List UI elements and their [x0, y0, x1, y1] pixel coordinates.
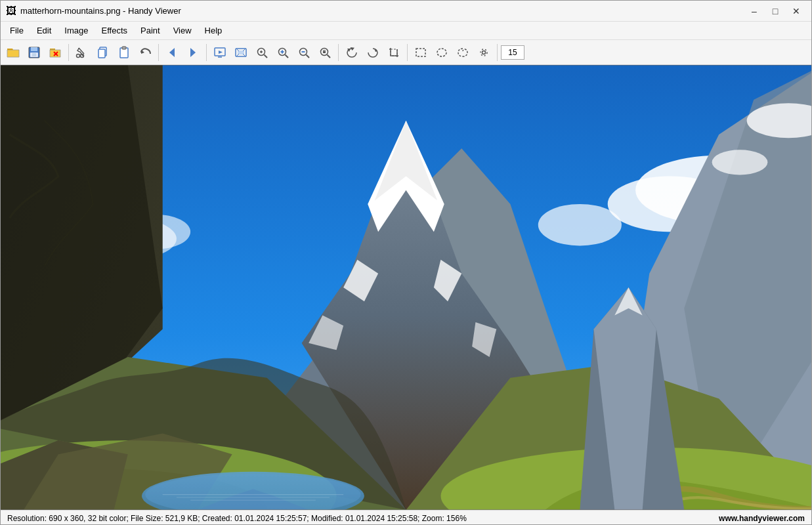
menu-image[interactable]: Image	[58, 23, 95, 38]
zoom-in-button[interactable]	[273, 43, 293, 62]
titlebar-title: matterhorn-mountains.png - Handy Viewer	[20, 6, 181, 16]
titlebar-controls: – □ ✕	[744, 3, 806, 19]
svg-rect-4	[32, 53, 36, 56]
menubar: File Edit Image Effects Paint View Help	[1, 22, 811, 40]
menu-file[interactable]: File	[3, 23, 30, 38]
close-button[interactable]: ✕	[786, 3, 806, 19]
sep-2	[158, 44, 159, 61]
open-button[interactable]	[3, 43, 23, 62]
zoom-out-button[interactable]	[294, 43, 314, 62]
svg-rect-40	[416, 49, 425, 56]
svg-point-49	[538, 204, 622, 246]
svg-point-9	[81, 54, 84, 57]
menu-view[interactable]: View	[167, 23, 198, 38]
forward-button[interactable]	[183, 43, 203, 62]
settings-button[interactable]	[474, 43, 494, 62]
website-link: www.handyviewer.com	[719, 514, 805, 523]
svg-line-34	[328, 54, 331, 58]
svg-marker-14	[141, 50, 144, 54]
lasso-select-button[interactable]	[453, 43, 473, 62]
svg-line-23	[265, 54, 268, 58]
statusbar: Resolution: 690 x 360, 32 bit color; Fil…	[1, 510, 811, 525]
svg-point-57	[712, 150, 768, 175]
slideshow-button[interactable]	[210, 43, 230, 62]
app-icon: 🖼	[6, 5, 16, 17]
image-area	[1, 65, 811, 510]
sep-4	[338, 44, 339, 61]
svg-marker-36	[351, 46, 355, 51]
back-button[interactable]	[162, 43, 182, 62]
menu-help[interactable]: Help	[198, 23, 229, 38]
minimize-button[interactable]: –	[744, 3, 764, 19]
svg-line-27	[286, 54, 289, 58]
scene-container	[1, 65, 811, 510]
sep-5	[407, 44, 408, 61]
svg-marker-18	[219, 51, 223, 54]
copy-button[interactable]	[93, 43, 113, 62]
svg-point-43	[481, 49, 487, 56]
lock-zoom-button[interactable]	[315, 43, 335, 62]
sep-3	[206, 44, 207, 61]
ellipse-select-button[interactable]	[432, 43, 452, 62]
svg-line-31	[307, 54, 310, 58]
svg-marker-16	[190, 48, 196, 57]
svg-point-41	[437, 49, 446, 56]
svg-point-42	[482, 51, 486, 54]
svg-rect-13	[122, 47, 126, 49]
save-button[interactable]	[24, 43, 44, 62]
paste-button[interactable]	[114, 43, 134, 62]
menu-effects[interactable]: Effects	[95, 23, 135, 38]
undo-button[interactable]	[135, 43, 155, 62]
toolbar	[1, 40, 811, 65]
cut-button[interactable]	[72, 43, 92, 62]
svg-rect-11	[98, 49, 105, 58]
rotate-right-button[interactable]	[363, 43, 383, 62]
delete-button[interactable]	[45, 43, 65, 62]
svg-point-8	[77, 54, 80, 57]
svg-rect-2	[31, 47, 37, 51]
titlebar: 🖼 matterhorn-mountains.png - Handy Viewe…	[1, 1, 811, 22]
zoom-area-button[interactable]	[252, 43, 272, 62]
svg-rect-39	[391, 49, 397, 56]
menu-paint[interactable]: Paint	[134, 23, 167, 38]
sep-1	[68, 44, 69, 61]
fit-button[interactable]	[231, 43, 251, 62]
titlebar-left: 🖼 matterhorn-mountains.png - Handy Viewe…	[6, 5, 181, 17]
status-info: Resolution: 690 x 360, 32 bit color; Fil…	[7, 514, 467, 523]
svg-marker-15	[169, 48, 175, 57]
rotate-left-button[interactable]	[342, 43, 362, 62]
sep-6	[497, 44, 498, 61]
rect-select-button[interactable]	[411, 43, 431, 62]
zoom-input[interactable]	[501, 45, 524, 60]
menu-edit[interactable]: Edit	[30, 23, 58, 38]
crop-button[interactable]	[384, 43, 404, 62]
maximize-button[interactable]: □	[765, 3, 785, 19]
svg-rect-35	[323, 51, 326, 53]
